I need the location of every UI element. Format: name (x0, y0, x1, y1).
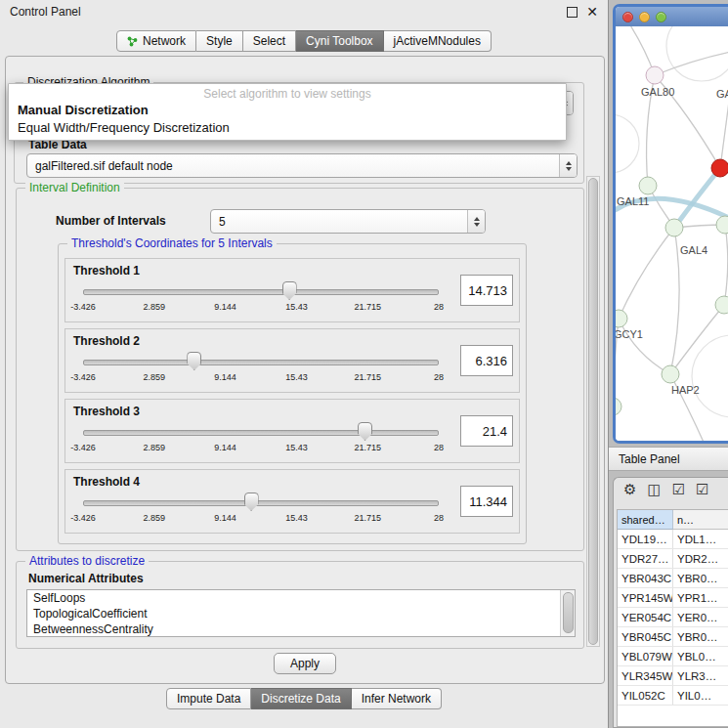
select-all-columns-icon[interactable]: ☑ (672, 482, 685, 496)
threshold-slider[interactable]: -3.4262.8599.14415.4321.71528 (83, 492, 439, 526)
table-toolbar: ⚙◫☑☑ (623, 482, 709, 496)
slider-tick-label: -3.426 (70, 513, 96, 523)
slider-tick-label: 21.715 (354, 513, 381, 523)
attribute-item-selfloops[interactable]: SelfLoops (27, 590, 561, 606)
table-cell: YIL052C (618, 686, 673, 705)
network-node[interactable] (639, 177, 657, 194)
attributes-scrollbar[interactable] (560, 590, 575, 636)
scrollbar-thumb[interactable] (588, 178, 598, 645)
slider-track[interactable] (83, 360, 439, 365)
slider-tick-label: -3.426 (70, 443, 96, 452)
slider-tick-label: 21.715 (354, 443, 381, 452)
gear-icon[interactable]: ⚙ (623, 482, 636, 496)
network-node[interactable] (711, 159, 728, 177)
table-row[interactable]: YBL079WYBL0… (618, 647, 728, 666)
algorithm-dropdown-popup: Select algorithm to view settings Manual… (8, 83, 567, 141)
network-node[interactable] (715, 296, 728, 314)
tab-jactivemnodules[interactable]: jActiveMNodules (384, 30, 492, 52)
table-row[interactable]: YDL19…YDL1… (618, 530, 728, 549)
slider-tick-label: 28 (434, 443, 444, 452)
network-node[interactable] (716, 216, 728, 234)
node-table: shared…n… YDL19…YDL1…YDR27…YDR2…YBR043CY… (617, 509, 728, 727)
threshold-slider[interactable]: -3.4262.8599.14415.4321.71528 (83, 422, 439, 455)
control-panel-scrollbar[interactable] (586, 176, 600, 647)
attributes-list-items: SelfLoopsTopologicalCoefficientBetweenne… (27, 590, 561, 637)
close-traffic-light-icon[interactable] (622, 12, 633, 22)
algorithm-option-manual-discretization[interactable]: Manual Discretization (9, 102, 566, 119)
threshold-slider[interactable]: -3.4262.8599.14415.4321.71528 (83, 352, 439, 385)
tab-cyni-toolbox[interactable]: Cyni Toolbox (296, 30, 383, 52)
network-edge (619, 228, 674, 319)
table-row[interactable]: YBR043CYBR0… (618, 569, 728, 588)
tab-label: Style (206, 34, 233, 48)
algorithm-option-equal-width-frequency-discretization[interactable]: Equal Width/Frequency Discretization (9, 119, 566, 137)
zoom-traffic-light-icon[interactable] (656, 12, 666, 22)
slider-tick-label: 2.859 (144, 302, 166, 312)
network-node[interactable] (662, 365, 679, 383)
table-row[interactable]: YPR145WYPR1… (618, 588, 728, 608)
tab-infer-network[interactable]: Infer Network (352, 688, 442, 709)
table-cell: YIL0… (673, 686, 728, 705)
tab-select[interactable]: Select (243, 30, 296, 52)
attribute-item-betweennesscentrality[interactable]: BetweennessCentrality (27, 621, 561, 637)
tab-style[interactable]: Style (196, 30, 243, 52)
node-label: HAP2 (671, 384, 700, 396)
cyni-toolbox-panel: Discretization Algorithm Table Data galF… (5, 56, 605, 684)
threshold-value-field[interactable]: 11.344 (460, 486, 513, 517)
column-header-0[interactable]: shared… (618, 510, 673, 530)
stepper-icon (467, 210, 485, 233)
table-row[interactable]: YLR345WYLR3… (618, 666, 728, 686)
tab-label: jActiveMNodules (394, 34, 481, 48)
network-edge (619, 319, 670, 374)
network-node[interactable] (646, 66, 664, 84)
threshold-value-field[interactable]: 6.316 (460, 345, 513, 376)
select-rows-icon[interactable]: ☑ (696, 482, 708, 496)
slider-thumb[interactable] (358, 422, 372, 441)
table-cell: YBL079W (618, 647, 673, 665)
slider-thumb[interactable] (244, 492, 259, 511)
network-node[interactable] (616, 310, 627, 327)
network-edge (670, 228, 679, 374)
number-of-intervals-combobox[interactable]: 5 (210, 209, 486, 234)
table-row[interactable]: YER054CYER0… (618, 608, 728, 627)
scrollbar-thumb[interactable] (563, 592, 574, 633)
tab-network[interactable]: Network (116, 30, 196, 52)
thresholds-container: Threshold 1 -3.4262.8599.14415.4321.7152… (64, 258, 520, 539)
table-row[interactable]: YDR27…YDR2… (618, 549, 728, 569)
table-cell: YDR27… (618, 549, 673, 568)
attribute-item-topologicalcoefficient[interactable]: TopologicalCoefficient (27, 606, 561, 621)
tab-discretize-data[interactable]: Discretize Data (251, 688, 351, 709)
slider-tick-label: 2.859 (144, 372, 166, 382)
stepper-icon (559, 154, 577, 177)
table-row[interactable]: YBR045CYBR0… (618, 627, 728, 647)
network-node[interactable] (616, 398, 621, 415)
network-window-titlebar (616, 7, 728, 26)
tab-impute-data[interactable]: Impute Data (166, 688, 251, 709)
network-node[interactable] (665, 219, 683, 236)
threshold-value-field[interactable]: 14.713 (460, 275, 513, 306)
number-of-intervals-label: Number of Intervals (56, 214, 166, 228)
table-data-combobox[interactable]: galFiltered.sif default node (26, 153, 578, 178)
column-header-1[interactable]: n… (673, 510, 728, 530)
close-icon[interactable]: ✕ (586, 5, 598, 19)
slider-track[interactable] (83, 500, 439, 506)
table-row[interactable]: YIL052CYIL0… (618, 686, 728, 706)
apply-button[interactable]: Apply (274, 653, 336, 674)
slider-track[interactable] (83, 430, 439, 436)
slider-tick-label: 9.144 (214, 513, 236, 523)
table-cell: YBR043C (618, 569, 673, 587)
table-cell: YER0… (673, 608, 728, 626)
threshold-value-field[interactable]: 21.4 (460, 415, 513, 447)
slider-track[interactable] (83, 289, 439, 295)
node-label: GAL80 (641, 86, 674, 98)
threshold-slider[interactable]: -3.4262.8599.14415.4321.71528 (83, 281, 439, 315)
algorithm-popup-options: Manual DiscretizationEqual Width/Frequen… (9, 102, 566, 137)
minimize-traffic-light-icon[interactable] (639, 12, 650, 22)
column-selector-icon[interactable]: ◫ (647, 482, 661, 496)
slider-thumb[interactable] (282, 281, 297, 300)
table-panel-window: ⚙◫☑☑ shared…n… YDL19…YDL1…YDR27…YDR2…YBR… (613, 477, 728, 728)
slider-tick-label: 9.144 (214, 443, 236, 452)
network-canvas[interactable]: GAL80GAGAL11GAL4GCY1HAP2 (616, 26, 728, 441)
slider-thumb[interactable] (187, 352, 201, 370)
float-window-icon[interactable] (567, 7, 578, 18)
